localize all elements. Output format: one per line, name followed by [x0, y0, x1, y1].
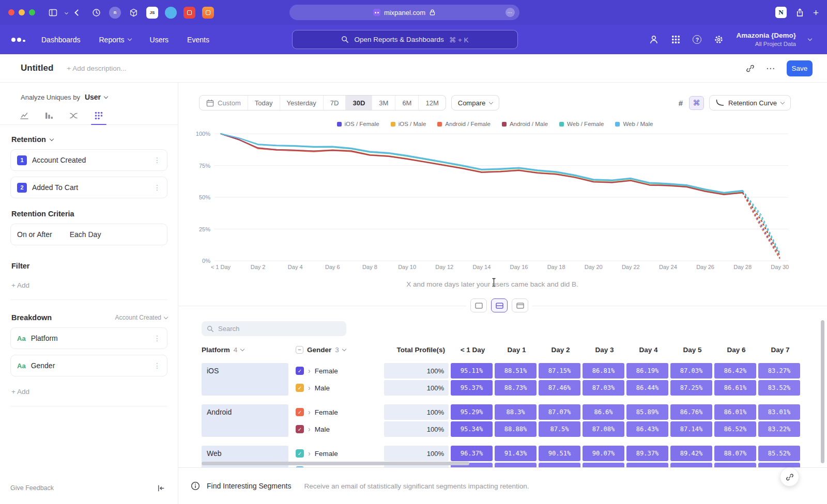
retention-value-cell[interactable]: 86.81% — [583, 363, 624, 379]
search-input[interactable] — [218, 325, 341, 333]
series-checkbox[interactable]: ✓ — [296, 449, 304, 458]
day-column-header[interactable]: Day 5 — [671, 346, 713, 354]
series-checkbox[interactable]: ✓ — [296, 408, 304, 416]
kebab-menu-icon[interactable]: ⋮ — [154, 334, 161, 342]
retention-value-cell[interactable]: 87.07% — [539, 404, 580, 420]
day-column-header[interactable]: Day 1 — [496, 346, 538, 354]
retention-value-cell[interactable]: 87.46% — [539, 380, 580, 396]
date-range-12m[interactable]: 12M — [418, 96, 445, 110]
retention-value-cell[interactable]: 87.03% — [670, 363, 712, 379]
retention-value-cell[interactable]: 90.51% — [539, 446, 580, 461]
date-range-yesterday[interactable]: Yesterday — [280, 96, 323, 110]
sidebar-toggle-icon[interactable] — [49, 8, 57, 17]
retention-value-cell[interactable]: 85.52% — [758, 446, 800, 461]
retention-value-cell[interactable] — [539, 463, 580, 467]
day-column-header[interactable]: < 1 Day — [452, 346, 494, 354]
day-column-header[interactable]: Day 6 — [715, 346, 757, 354]
day-column-header[interactable]: Day 3 — [584, 346, 625, 354]
day-column-header[interactable]: Day 4 — [627, 346, 669, 354]
retention-section-title[interactable]: Retention — [11, 135, 167, 144]
help-icon[interactable]: ? — [693, 35, 701, 44]
url-more-icon[interactable]: ⋯ — [506, 8, 515, 17]
save-button[interactable]: Save — [787, 60, 813, 76]
number-format-icon[interactable]: # — [679, 99, 683, 107]
cube-extension-icon[interactable] — [128, 7, 140, 19]
tab-funnels[interactable] — [43, 109, 55, 124]
find-segments-title[interactable]: Find Interesting Segments — [207, 482, 291, 490]
kebab-menu-icon[interactable]: ⋮ — [154, 183, 161, 192]
series-checkbox[interactable]: ✓ — [296, 384, 304, 392]
command-shortcut-icon[interactable]: ⌘ — [689, 96, 704, 110]
retention-value-cell[interactable] — [670, 463, 712, 467]
series-line-Web / Female[interactable] — [221, 134, 743, 193]
retention-value-cell[interactable] — [714, 463, 756, 467]
retention-value-cell[interactable]: 86.19% — [626, 363, 668, 379]
retention-value-cell[interactable] — [626, 463, 668, 467]
kebab-menu-icon[interactable]: ⋮ — [154, 361, 161, 370]
table-search[interactable] — [202, 321, 346, 336]
layout-split-button[interactable] — [491, 298, 508, 312]
retention-value-cell[interactable]: 86.76% — [670, 404, 712, 420]
retention-value-cell[interactable]: 85.89% — [626, 404, 668, 420]
nav-item-reports[interactable]: Reports — [99, 36, 131, 44]
vertical-scrollbar[interactable] — [821, 320, 824, 463]
close-window-icon[interactable] — [8, 9, 14, 15]
criteria-value[interactable]: Each Day — [70, 230, 101, 239]
retention-value-cell[interactable]: 91.43% — [495, 446, 537, 461]
date-range-3m[interactable]: 3M — [372, 96, 395, 110]
layout-chart-only-button[interactable] — [470, 298, 487, 312]
retention-value-cell[interactable] — [495, 463, 537, 467]
retention-step-2[interactable]: 2 Added To Cart ⋮ — [10, 177, 167, 198]
global-search-bar[interactable]: Open Reports & Dashboards ⌘ + K — [292, 30, 518, 49]
give-feedback-link[interactable]: Give Feedback — [10, 484, 54, 492]
retention-value-cell[interactable]: 87.5% — [539, 421, 580, 437]
retention-value-cell[interactable]: 83.52% — [758, 380, 800, 396]
date-range-custom[interactable]: Custom — [200, 96, 248, 110]
retention-value-cell[interactable]: 87.14% — [670, 421, 712, 437]
day-column-header[interactable]: Day 2 — [540, 346, 581, 354]
orange-app-extension-icon[interactable] — [202, 7, 214, 19]
retention-step-1[interactable]: 1 Account Created ⋮ — [10, 149, 167, 171]
url-bar[interactable]: mixpanel.com ⋯ — [289, 5, 519, 20]
copy-link-icon[interactable] — [746, 64, 755, 73]
day-column-header[interactable]: Day 7 — [759, 346, 801, 354]
maximize-window-icon[interactable] — [29, 9, 35, 15]
gender-cell[interactable]: ✓›Female — [289, 404, 384, 420]
date-range-30d[interactable]: 30D — [345, 96, 372, 110]
retention-value-cell[interactable]: 83.27% — [758, 363, 800, 379]
date-range-7d[interactable]: 7D — [323, 96, 346, 110]
retention-value-cell[interactable] — [758, 463, 800, 467]
series-line-Web / Male[interactable] — [221, 134, 743, 193]
retention-value-cell[interactable]: 95.11% — [451, 363, 493, 379]
back-icon[interactable] — [74, 9, 81, 16]
retention-value-cell[interactable]: 95.37% — [451, 380, 493, 396]
retention-value-cell[interactable]: 86.6% — [583, 404, 624, 420]
gender-cell[interactable]: ✓›Female — [289, 446, 384, 461]
series-line-dashed-iOS / Male[interactable] — [743, 192, 780, 257]
retention-criteria-card[interactable]: On or After Each Day — [10, 224, 167, 245]
nav-item-dashboards[interactable]: Dashboards — [41, 36, 81, 44]
series-line-dashed-iOS / Female[interactable] — [743, 193, 780, 258]
user-lookup-icon[interactable] — [649, 35, 659, 44]
expand-chevron-icon[interactable]: › — [308, 384, 311, 392]
retention-value-cell[interactable]: 88.07% — [714, 446, 756, 461]
retention-value-cell[interactable]: 88.73% — [495, 380, 537, 396]
retention-value-cell[interactable]: 95.29% — [451, 404, 493, 420]
gender-cell[interactable]: ✓›Female — [289, 363, 384, 379]
minimize-window-icon[interactable] — [19, 9, 25, 15]
retention-value-cell[interactable]: 83.22% — [758, 421, 800, 437]
retention-value-cell[interactable]: 89.37% — [626, 446, 668, 461]
platform-cell[interactable]: Android — [202, 404, 288, 437]
gender-column-header[interactable]: − Gender 3 — [289, 346, 385, 354]
horizontal-scrollbar[interactable] — [202, 462, 469, 465]
clock-extension-icon[interactable] — [90, 7, 102, 19]
indeterminate-checkbox[interactable]: − — [296, 346, 303, 354]
series-line-Android / Male[interactable] — [221, 134, 743, 195]
new-tab-icon[interactable]: + — [813, 8, 819, 18]
blue-extension-icon[interactable] — [165, 7, 177, 19]
settings-gear-icon[interactable] — [714, 35, 724, 44]
total-profiles-header[interactable]: Total Profile(s) — [385, 346, 450, 354]
report-title[interactable]: Untitled — [21, 63, 53, 73]
chevron-down-icon[interactable] — [65, 10, 68, 14]
nav-item-events[interactable]: Events — [187, 36, 209, 44]
